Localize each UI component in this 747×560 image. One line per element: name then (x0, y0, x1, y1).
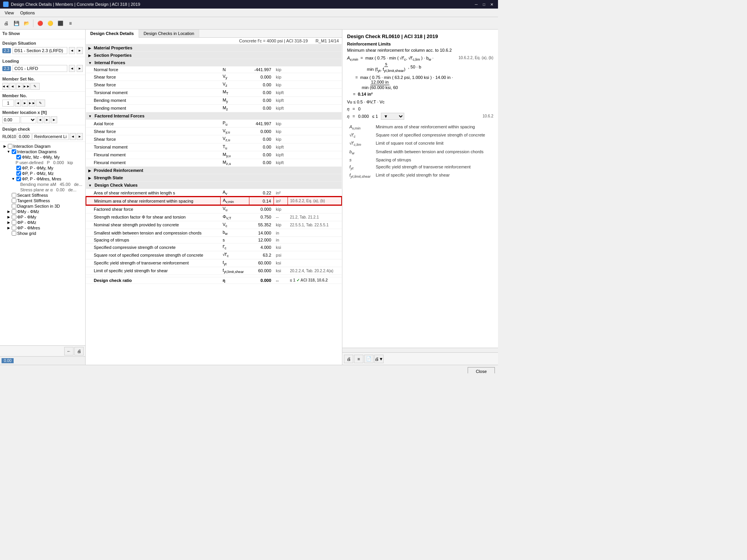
member-no-row: ◄ ► ►► ✎ (2, 100, 83, 107)
section-material-properties[interactable]: ▶ Material Properties (86, 44, 342, 52)
tree-toggle-2[interactable]: ▼ (6, 149, 11, 154)
tree-toggle-4[interactable]: ▶ (6, 209, 11, 214)
tree-cb-4[interactable] (16, 166, 21, 170)
tree-cb-3[interactable] (16, 155, 21, 159)
cell-ref (288, 237, 342, 243)
member-set-next-btn[interactable]: ► (16, 83, 23, 90)
location-input[interactable] (2, 116, 20, 123)
tree-cb-13[interactable] (12, 226, 16, 230)
design-check-num[interactable] (17, 133, 32, 140)
tree-tangent[interactable]: Tangent Stiffness (2, 198, 84, 203)
tree-phip-phimres2[interactable]: ▶ ΦP - ΦMres (2, 225, 84, 231)
tree-phimz[interactable]: ΦMz, Mz - ΦMy, My (2, 154, 84, 160)
menu-view[interactable]: View (2, 10, 17, 16)
toolbar-btn-6[interactable]: ⬛ (56, 19, 65, 28)
location-next-btn[interactable]: ► (44, 116, 50, 123)
toolbar-btn-3[interactable]: 📂 (22, 19, 31, 28)
maximize-button[interactable]: □ (481, 1, 487, 7)
right-btn-2[interactable]: ≡ (354, 355, 363, 363)
tree-toggle-1[interactable]: ▶ (2, 144, 7, 149)
left-bottom-btn-1[interactable]: ← (64, 347, 74, 355)
member-no-input[interactable] (2, 100, 14, 107)
tree-cb-12[interactable] (12, 220, 16, 225)
cell-symbol: √f'c (220, 251, 249, 259)
co-input[interactable] (12, 65, 67, 72)
tree-cb-11[interactable] (12, 215, 16, 219)
member-prev-btn[interactable]: ◄ (15, 100, 21, 107)
ds-prev-btn[interactable]: ◄ (69, 47, 75, 54)
tree-toggle-5[interactable]: ▶ (6, 215, 11, 219)
cell-ref (288, 159, 342, 166)
tree-phip-phimres[interactable]: ▼ ΦP, P - ΦMres, Mres (2, 176, 84, 182)
toolbar-btn-5[interactable]: 🟡 (46, 19, 55, 28)
tree-cb-10[interactable] (12, 209, 16, 214)
tree-cb-7[interactable] (12, 193, 16, 198)
co-next-btn[interactable]: ► (77, 65, 83, 72)
ds-input[interactable] (12, 47, 67, 54)
tree-phip-phimz[interactable]: ΦP, P - ΦMz, Mz (2, 171, 84, 176)
member-set-select-btn[interactable]: ✎ (30, 83, 40, 90)
cell-ref (288, 96, 342, 104)
close-button[interactable]: Close (468, 367, 495, 374)
tab-design-check-details[interactable]: Design Check Details (86, 30, 139, 38)
right-btn-1[interactable]: 🖨 (344, 355, 353, 363)
right-scrollbar[interactable] (342, 348, 498, 352)
toolbar-btn-1[interactable]: 🖨 (2, 19, 11, 28)
tab-design-checks-location[interactable]: Design Checks in Location (139, 30, 199, 37)
tree-phip-phimy2[interactable]: ▶ ΦP - ΦMy (2, 214, 84, 220)
member-set-first-btn[interactable]: ◄◄ (2, 83, 9, 90)
co-prev-btn[interactable]: ◄ (69, 65, 75, 72)
section-section-properties[interactable]: ▶ Section Properties (86, 52, 342, 59)
design-check-prev-btn[interactable]: ◄ (70, 133, 76, 140)
tree-phimy-phimz[interactable]: ▶ ΦMy - ΦMz (2, 209, 84, 214)
tree-cb-14[interactable] (12, 231, 16, 236)
member-set-last-btn[interactable]: ►► (23, 83, 30, 90)
ds-next-btn[interactable]: ► (77, 47, 83, 54)
cell-label: Shear force (86, 81, 220, 89)
left-bottom-btn-2[interactable]: 🖨 (74, 347, 84, 355)
toolbar-btn-2[interactable]: 💾 (12, 19, 21, 28)
location-prev-btn[interactable]: ◄ (37, 116, 43, 123)
tree-interaction-diagrams[interactable]: ▼ Interaction Diagrams (2, 149, 84, 154)
tree-cb-2[interactable] (12, 149, 16, 154)
toolbar-btn-7[interactable]: ≡ (66, 19, 75, 28)
tree-cb-8[interactable] (12, 198, 16, 203)
tree-secant[interactable]: Secant Stiffness (2, 192, 84, 198)
member-select-btn[interactable]: ✎ (36, 100, 45, 107)
tree-cb-1[interactable] (8, 144, 12, 149)
cell-unit: kip (274, 221, 288, 229)
formula-eq2-sign: = (355, 75, 358, 80)
section-design-check-values[interactable]: ▼ Design Check Values (86, 182, 342, 189)
window-close-button[interactable]: ✕ (489, 1, 495, 7)
eta-select[interactable]: ▼ (381, 113, 404, 120)
tree-phip-phimy[interactable]: ΦP, P - ΦMy, My (2, 165, 84, 171)
cell-value: 0.14 (249, 197, 274, 205)
member-next-btn[interactable]: ► (22, 100, 28, 107)
tree-toggle-6[interactable]: ▶ (6, 220, 11, 225)
section-factored[interactable]: ▼ Factored Internal Forces (86, 112, 342, 119)
section-strength-state[interactable]: ▶ Strength State (86, 174, 342, 182)
section-internal-forces[interactable]: ▼ Internal Forces (86, 59, 342, 66)
tree-interaction-diagram[interactable]: ▶ Interaction Diagram (2, 144, 84, 149)
member-last-btn[interactable]: ►► (29, 100, 35, 107)
tree-cb-6[interactable] (16, 177, 21, 181)
tree-cb-9[interactable] (12, 204, 16, 208)
factored-toggle: ▼ (88, 114, 92, 118)
location-select[interactable] (21, 116, 36, 123)
tree-diagram-3d[interactable]: Diagram Section in 3D (2, 203, 84, 209)
minimize-button[interactable]: ─ (473, 1, 479, 7)
menu-options[interactable]: Options (17, 10, 38, 16)
tree-cb-5[interactable] (16, 171, 21, 176)
section-provided-reinf[interactable]: ▶ Provided Reinforcement (86, 167, 342, 174)
design-check-type[interactable] (32, 133, 69, 140)
tree-phip-phimz2[interactable]: ▶ ΦP - ΦMz (2, 220, 84, 225)
tree-toggle-7[interactable]: ▶ (6, 226, 11, 230)
location-last-btn[interactable]: ► (51, 116, 57, 123)
right-btn-3[interactable]: 📄 (364, 355, 374, 363)
toolbar-btn-4[interactable]: 🔴 (35, 19, 45, 28)
right-btn-4[interactable]: 🖨▼ (374, 355, 384, 363)
design-check-next-btn[interactable]: ► (77, 133, 83, 140)
tree-toggle-3[interactable]: ▼ (11, 177, 16, 181)
tree-show-grid[interactable]: Show grid (2, 231, 84, 236)
member-set-prev-btn[interactable]: ◄ (9, 83, 16, 90)
